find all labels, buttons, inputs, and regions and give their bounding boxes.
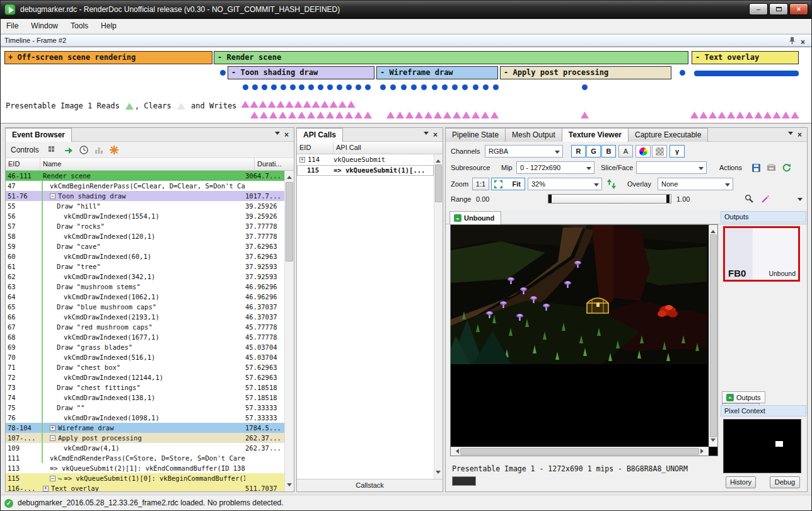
event-row-111[interactable]: 111vkCmdEndRenderPass(C=Store, D=Store, … — [6, 453, 284, 463]
menu-window[interactable]: Window — [25, 19, 64, 33]
draw-marker-dot[interactable] — [243, 84, 248, 90]
api-calls-scrollbar[interactable] — [434, 154, 443, 479]
timeline-bar-text-overlay[interactable]: - Text overlay — [692, 51, 799, 64]
event-row-76[interactable]: 76vkCmdDrawIndexed(1098,1)57.33333 — [6, 413, 284, 423]
wand-icon[interactable] — [761, 194, 770, 204]
expand-toggle-icon[interactable]: + — [50, 425, 55, 431]
timeline-header[interactable]: Timeline - Frame #2 × — [0, 34, 812, 47]
pixel-context-canvas[interactable] — [723, 419, 801, 473]
event-row-107-...[interactable]: 107-...−Apply post processing262.37... — [6, 433, 284, 443]
channel-b-button[interactable]: B — [601, 145, 616, 158]
range-white-handle[interactable] — [666, 195, 670, 203]
history-button[interactable]: History — [726, 476, 756, 488]
event-row-64[interactable]: 64vkCmdDrawIndexed(1062,1)46.96296 — [6, 292, 284, 302]
flip-y-icon[interactable] — [607, 179, 616, 189]
magnifier-icon[interactable] — [745, 194, 754, 204]
fb0-thumbnail[interactable]: FB0 Unbound — [723, 226, 800, 282]
close-button[interactable]: × — [789, 3, 808, 15]
tab-mesh-output[interactable]: Mesh Output — [505, 128, 562, 142]
range-options-icon[interactable] — [798, 198, 803, 204]
draw-marker-dot[interactable] — [365, 84, 371, 90]
zoom-level-select[interactable]: 32% — [528, 178, 602, 190]
event-row-57[interactable]: 57Draw "rocks"37.77778 — [6, 221, 284, 231]
timeline-bar-toon-shading[interactable]: - Toon shading draw — [228, 66, 374, 79]
draw-marker-dot[interactable] — [452, 84, 458, 90]
zoom-1to1-button[interactable]: 1:1 — [472, 178, 489, 190]
column-api-call[interactable]: API Call — [334, 142, 443, 154]
overlay-select[interactable]: None — [658, 178, 733, 190]
draw-marker-dot[interactable] — [493, 84, 499, 90]
column-name[interactable]: Name — [40, 158, 255, 170]
event-row-51-76[interactable]: 51-76−Toon shading draw1017.7... — [6, 191, 284, 201]
draw-marker-dot[interactable] — [346, 84, 352, 90]
draw-marker-dot[interactable] — [432, 84, 438, 90]
maximize-button[interactable] — [769, 3, 788, 15]
scroll-down-icon[interactable] — [287, 483, 292, 489]
clock-icon[interactable] — [79, 145, 89, 155]
timeline-bar-offscreen[interactable]: + Off-screen scene rendering — [4, 51, 212, 64]
event-row-71[interactable]: 71Draw "chest box"57.62963 — [6, 362, 284, 372]
event-row-72[interactable]: 72vkCmdDrawIndexed(12144,1)57.62963 — [6, 372, 284, 382]
channel-g-button[interactable]: G — [586, 145, 601, 158]
draw-marker-dot[interactable] — [582, 84, 588, 90]
scrollbar-thumb[interactable] — [460, 448, 699, 455]
draw-marker-dot[interactable] — [462, 84, 468, 90]
scroll-down-icon[interactable] — [436, 471, 441, 476]
event-row-73[interactable]: 73Draw "chest fittings"57.18518 — [6, 382, 284, 393]
timeline-bar-render-scene[interactable]: - Render scene — [214, 51, 688, 64]
draw-marker-dot[interactable] — [220, 70, 226, 76]
scrollbar-thumb[interactable] — [710, 234, 717, 437]
column-eid[interactable]: EID — [6, 158, 40, 170]
draw-marker-dot[interactable] — [318, 84, 323, 90]
api-row-115[interactable]: 115=> vkQueueSubmit(1)[... — [297, 165, 434, 176]
save-icon[interactable] — [751, 163, 761, 173]
column-eid[interactable]: EID — [297, 142, 334, 154]
texture-tab-unbound[interactable]: Unbound — [450, 211, 501, 224]
draw-marker-dot[interactable] — [271, 84, 277, 90]
scroll-up-icon[interactable] — [436, 157, 441, 163]
column-duration[interactable]: Durati... — [255, 158, 294, 170]
panel-menu-icon[interactable] — [275, 132, 280, 137]
collapse-toggle-icon[interactable]: − — [50, 476, 55, 481]
draw-marker-dot[interactable] — [299, 84, 304, 90]
panel-close-icon[interactable]: × — [282, 130, 291, 139]
draw-marker-dot[interactable] — [421, 84, 427, 90]
event-row-59[interactable]: 59Draw "cave"37.62963 — [6, 241, 284, 251]
event-row-60[interactable]: 60vkCmdDrawIndexed(60,1)37.62963 — [6, 251, 284, 261]
event-row-46-111[interactable]: 46-111Render scene3064.7... — [6, 171, 284, 181]
event-row-68[interactable]: 68vkCmdDrawIndexed(1677,1)45.77778 — [6, 332, 284, 342]
draw-marker-dot[interactable] — [401, 84, 407, 90]
event-row-47[interactable]: 47vkCmdBeginRenderPass(C=Clear, D=Clear,… — [6, 181, 284, 191]
zoom-fit-button[interactable]: Fit — [491, 178, 525, 190]
event-row-75[interactable]: 75Draw ""57.33333 — [6, 403, 284, 413]
menu-file[interactable]: File — [0, 19, 25, 33]
tab-outputs[interactable]: Outputs — [722, 391, 765, 403]
draw-marker-dot[interactable] — [380, 84, 386, 90]
collapse-toggle-icon[interactable]: − — [50, 435, 55, 441]
texture-viewport[interactable] — [450, 224, 718, 456]
tab-capture-executable[interactable]: Capture Executable — [628, 128, 708, 142]
export-icon[interactable] — [767, 163, 776, 173]
gamma-button[interactable]: γ — [670, 145, 685, 158]
range-black-handle[interactable] — [548, 195, 552, 203]
draw-marker-dot[interactable] — [337, 84, 342, 90]
event-row-69[interactable]: 69Draw "grass blades"45.03704 — [6, 342, 284, 352]
channel-r-button[interactable]: R — [571, 145, 586, 158]
channel-a-button[interactable]: A — [618, 145, 633, 158]
panel-close-icon[interactable]: × — [795, 130, 804, 139]
tab-texture-viewer[interactable]: Texture Viewer — [562, 128, 629, 142]
minimize-button[interactable]: – — [749, 3, 768, 15]
bookmark-arrow-icon[interactable] — [64, 145, 74, 155]
event-row-56[interactable]: 56vkCmdDrawIndexed(1554,1)39.25926 — [6, 211, 284, 221]
event-row-109[interactable]: 109vkCmdDraw(4,1)262.37... — [6, 443, 284, 453]
event-row-70[interactable]: 70vkCmdDrawIndexed(516,1)45.03704 — [6, 352, 284, 362]
draw-marker-dot[interactable] — [473, 84, 478, 90]
event-browser-scrollbar[interactable] — [284, 171, 294, 491]
draw-marker-dot[interactable] — [483, 84, 489, 90]
scroll-right-icon[interactable] — [700, 449, 706, 454]
draw-marker-dot[interactable] — [252, 84, 258, 90]
draw-marker-dot[interactable] — [411, 84, 417, 90]
draw-marker-dot[interactable] — [442, 84, 448, 90]
colorwheel-button[interactable] — [635, 145, 651, 158]
collapse-toggle-icon[interactable]: − — [50, 193, 55, 199]
